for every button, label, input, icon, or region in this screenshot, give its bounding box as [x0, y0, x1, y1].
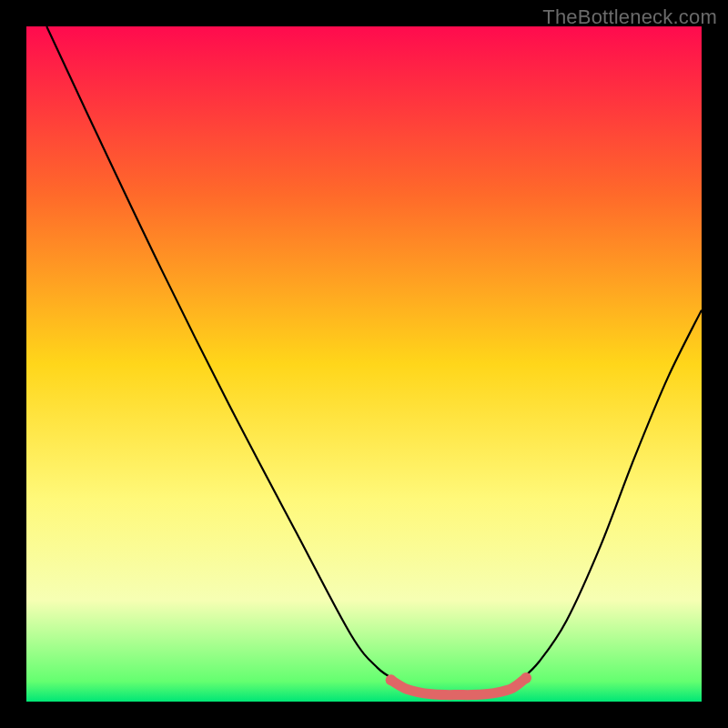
plot-area — [26, 26, 702, 702]
gradient-background — [26, 26, 702, 702]
chart-svg — [26, 26, 702, 702]
watermark-text: TheBottleneck.com — [542, 5, 717, 29]
marker-dot-left — [386, 674, 397, 685]
chart-frame: TheBottleneck.com — [0, 0, 728, 728]
marker-dot-right — [521, 672, 531, 683]
